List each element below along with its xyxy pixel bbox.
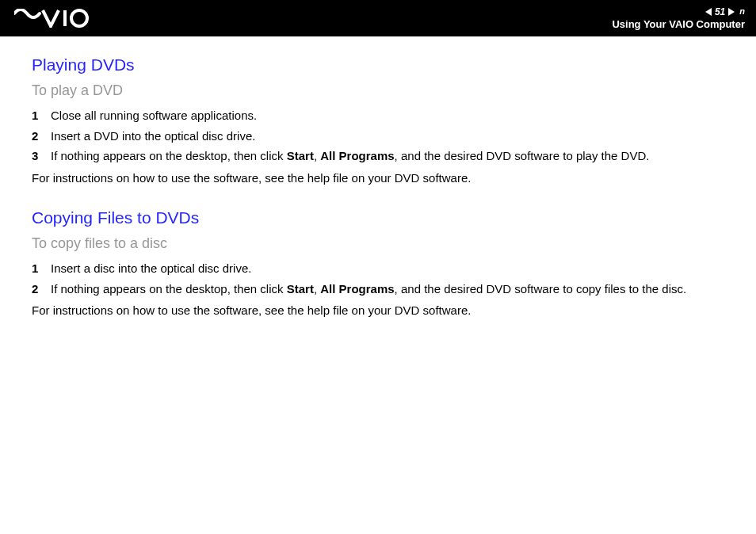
step-suffix: , and the desired DVD software to copy f… (395, 282, 687, 296)
step-row: 2 If nothing appears on the desktop, the… (32, 279, 724, 299)
step-prefix: If nothing appears on the desktop, then … (51, 149, 287, 162)
step-prefix: If nothing appears on the desktop, then … (51, 282, 287, 296)
section-title-playing-dvds: Playing DVDs (32, 55, 724, 74)
step-row: 1 Insert a disc into the optical disc dr… (32, 258, 724, 279)
step-suffix: , and the desired DVD software to play t… (395, 149, 650, 162)
page-header: 51 n Using Your VAIO Computer (0, 0, 756, 36)
step-number: 2 (32, 279, 51, 299)
step-text: Insert a DVD into the optical disc drive… (51, 126, 724, 147)
step-number: 1 (32, 105, 51, 126)
section-subtitle-playing-dvds: To play a DVD (32, 82, 724, 99)
svg-point-1 (71, 10, 87, 26)
page-number: 51 (715, 6, 725, 17)
prev-page-icon[interactable] (705, 8, 712, 16)
step-text: Close all running software applications. (51, 105, 724, 126)
step-text: If nothing appears on the desktop, then … (51, 146, 724, 166)
next-page-icon[interactable] (728, 8, 735, 16)
header-right: 51 n Using Your VAIO Computer (612, 6, 745, 31)
step-bold: All Programs (320, 149, 394, 162)
step-bold: Start (287, 282, 314, 296)
step-mid: , (314, 282, 320, 296)
step-text: If nothing appears on the desktop, then … (51, 279, 724, 299)
section-note: For instructions on how to use the softw… (32, 300, 724, 321)
section-title-copying-dvds: Copying Files to DVDs (32, 208, 724, 227)
step-bold: All Programs (320, 282, 394, 296)
section-subtitle-copying-dvds: To copy files to a disc (32, 235, 724, 252)
svg-rect-0 (63, 10, 67, 26)
step-text: Insert a disc into the optical disc driv… (51, 258, 724, 279)
section-note: For instructions on how to use the softw… (32, 168, 724, 189)
step-number: 3 (32, 146, 51, 166)
step-mid: , (314, 149, 320, 162)
step-number: 1 (32, 258, 51, 279)
vaio-logo (14, 0, 101, 36)
header-subtitle: Using Your VAIO Computer (612, 18, 745, 31)
page-nav: 51 n (612, 6, 745, 17)
step-number: 2 (32, 126, 51, 147)
n-badge: n (739, 6, 745, 17)
step-bold: Start (287, 149, 314, 162)
document-content: Playing DVDs To play a DVD 1 Close all r… (0, 36, 756, 321)
step-row: 1 Close all running software application… (32, 105, 724, 126)
step-row: 2 Insert a DVD into the optical disc dri… (32, 126, 724, 147)
step-row: 3 If nothing appears on the desktop, the… (32, 146, 724, 166)
